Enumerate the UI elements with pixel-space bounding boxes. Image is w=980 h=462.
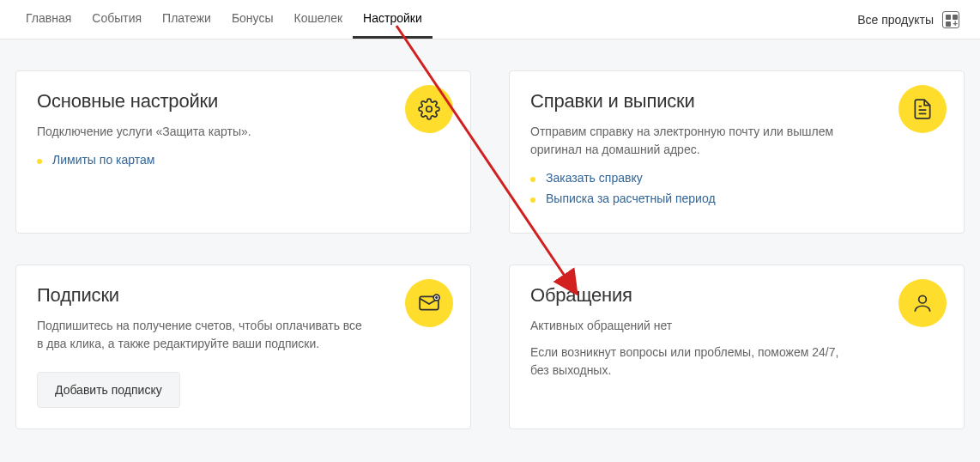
nav-right: Все продукты <box>857 0 959 39</box>
card-title: Подписки <box>37 284 450 307</box>
card-basic-settings: Основные настройки Подключение услуги «З… <box>15 70 471 234</box>
nav-tab-payments[interactable]: Платежи <box>152 0 221 39</box>
link-card-limits[interactable]: Лимиты по картам <box>37 153 450 167</box>
nav-tab-main[interactable]: Главная <box>15 0 82 39</box>
apps-grid-icon[interactable] <box>942 11 959 28</box>
all-products-link[interactable]: Все продукты <box>857 13 934 27</box>
svg-point-0 <box>426 106 433 112</box>
card-tickets: Обращения Активных обращений нет Если во… <box>509 264 965 429</box>
add-subscription-button[interactable]: Добавить подписку <box>37 372 180 408</box>
nav-tab-bonuses[interactable]: Бонусы <box>221 0 284 39</box>
card-desc: Отправим справку на электронную почту ил… <box>530 123 861 159</box>
card-statements: Справки и выписки Отправим справку на эл… <box>509 70 965 234</box>
card-desc: Если возникнут вопросы или проблемы, пом… <box>530 343 861 380</box>
card-desc: Подключение услуги «Защита карты». <box>37 123 367 141</box>
link-list: Лимиты по картам <box>37 153 450 167</box>
card-subtitle: Активных обращений нет <box>530 317 861 335</box>
link-order-statement[interactable]: Заказать справку <box>530 171 943 185</box>
nav-tab-events[interactable]: События <box>82 0 152 39</box>
link-period-statement[interactable]: Выписка за расчетный период <box>530 191 943 205</box>
card-title: Основные настройки <box>37 90 450 112</box>
nav-tab-settings[interactable]: Настройки <box>353 0 433 39</box>
nav-tabs: Главная События Платежи Бонусы Кошелек Н… <box>15 0 433 39</box>
gear-icon <box>405 85 453 133</box>
card-desc: Подпишитесь на получение счетов, чтобы о… <box>37 317 367 353</box>
link-list: Заказать справку Выписка за расчетный пе… <box>530 171 943 205</box>
card-title: Справки и выписки <box>530 90 943 112</box>
nav-tab-wallet[interactable]: Кошелек <box>284 0 354 39</box>
card-subscriptions: Подписки Подпишитесь на получение счетов… <box>15 264 471 429</box>
card-title: Обращения <box>530 284 943 307</box>
content-grid: Основные настройки Подключение услуги «З… <box>0 40 980 445</box>
envelope-plus-icon <box>405 279 453 327</box>
person-icon <box>898 279 947 327</box>
document-icon <box>898 85 947 133</box>
navbar: Главная События Платежи Бонусы Кошелек Н… <box>0 0 980 40</box>
svg-point-8 <box>919 295 927 303</box>
